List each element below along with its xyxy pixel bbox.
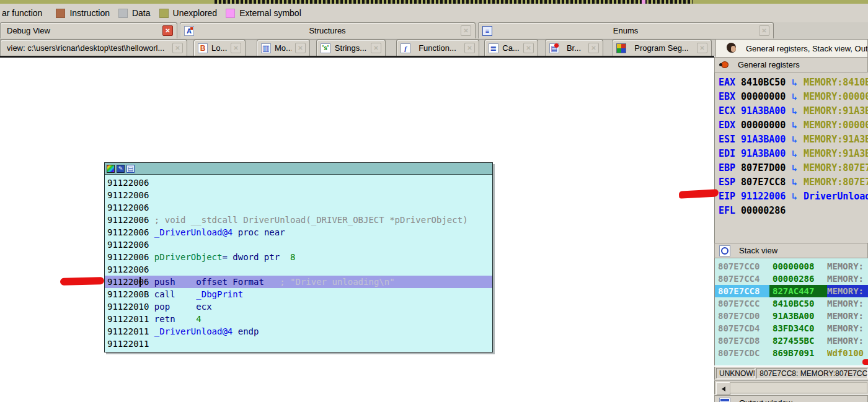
- close-icon[interactable]: ✕: [759, 25, 769, 36]
- close-icon[interactable]: ✕: [464, 43, 475, 53]
- stack-note: MEMORY:: [827, 297, 868, 310]
- register-row-ebp[interactable]: EBP807E7D00↳MEMORY:807E7: [715, 161, 868, 175]
- disasm-ins: dword ptr: [232, 252, 290, 262]
- disasm-line-8[interactable]: 91122006 push offset Format ; "Driver un…: [105, 276, 492, 288]
- status-address: 807E7CC8: MEMORY:807E7CC8: [756, 368, 868, 378]
- disasm-line-5[interactable]: 91122006: [105, 238, 492, 251]
- tab-ca[interactable]: ≣Ca...✕: [484, 40, 538, 56]
- close-icon[interactable]: ✕: [461, 25, 471, 36]
- disasm-line-9[interactable]: 9112200B call _DbgPrint: [105, 288, 492, 300]
- tab-lo[interactable]: BLo...✕: [193, 40, 246, 56]
- edit-pencil-icon[interactable]: ✎: [117, 165, 125, 173]
- disasm-var: pDriverObject: [154, 252, 223, 262]
- enums-icon: ≡: [482, 26, 492, 36]
- close-icon[interactable]: ✕: [295, 43, 306, 53]
- register-target[interactable]: MEMORY:91A3B: [804, 147, 868, 161]
- register-target[interactable]: MEMORY:8410B: [804, 76, 868, 90]
- follow-arrow-icon: ↳: [792, 133, 797, 147]
- register-target[interactable]: MEMORY:00000: [804, 118, 868, 133]
- disasm-line-0[interactable]: 91122006: [105, 177, 492, 189]
- register-target[interactable]: MEMORY:807E7: [804, 161, 868, 175]
- tab-label: Lo...: [211, 43, 227, 53]
- disasm-address: 91122006: [107, 215, 154, 225]
- register-target[interactable]: DriverUnload: [804, 190, 868, 204]
- stack-status-bar: UNKNOWN 807E7CC8: MEMORY:807E7CC8: [714, 367, 868, 380]
- tab-program-seg[interactable]: Program Seg...✕: [612, 40, 712, 56]
- legend-swatch: [56, 9, 65, 18]
- register-target[interactable]: MEMORY:91A3B: [804, 133, 868, 147]
- tab-function[interactable]: fFunction...✕: [396, 40, 479, 56]
- close-icon[interactable]: ✕: [588, 43, 599, 53]
- scroll-left-button[interactable]: [716, 382, 730, 395]
- stack-value: 91A3BA00: [769, 310, 827, 322]
- stack-address: 807E7CD0: [715, 310, 769, 322]
- tab-br[interactable]: ▤Br...✕: [545, 40, 603, 56]
- disasm-line-10[interactable]: 91122010 pop ecx: [105, 300, 492, 313]
- close-icon[interactable]: ✕: [523, 43, 534, 53]
- register-target[interactable]: MEMORY:00000: [804, 90, 868, 104]
- stack-row-807e7cdc[interactable]: 807E7CDC869B7091Wdf0100: [715, 347, 868, 359]
- tab-structures[interactable]: AStructures✕: [180, 22, 476, 38]
- register-row-eip[interactable]: EIP91122006↳DriverUnload: [715, 190, 868, 204]
- register-row-edx[interactable]: EDX00000000↳MEMORY:00000: [715, 118, 868, 133]
- stack-row-807e7cd0[interactable]: 807E7CD091A3BA00MEMORY:: [715, 310, 868, 322]
- disassembly-listing[interactable]: 91122006 91122006 91122006 91122006 ; vo…: [105, 175, 492, 352]
- stack-row-807e7cc0[interactable]: 807E7CC000000008MEMORY:: [715, 260, 868, 273]
- tab-general-registers-group[interactable]: General registers, Stack view, Outpu: [715, 39, 868, 57]
- stack-address: 807E7CD4: [715, 322, 769, 334]
- disasm-line-12[interactable]: 91122011 _DriverUnload@4 endp: [105, 325, 492, 338]
- structures-icon: A: [184, 26, 194, 36]
- tab-strings[interactable]: 's'Strings...✕: [316, 40, 386, 56]
- disasm-line-1[interactable]: 91122006: [105, 189, 492, 201]
- register-row-edi[interactable]: EDI91A3BA00↳MEMORY:91A3B: [715, 147, 868, 161]
- disasm-line-4[interactable]: 91122006 _DriverUnload@4 proc near: [105, 226, 492, 238]
- register-row-ecx[interactable]: ECX91A3BA00↳MEMORY:91A3B: [715, 104, 868, 118]
- stack-row-807e7ccc[interactable]: 807E7CCC8410BC50MEMORY:: [715, 297, 868, 310]
- register-name: EDX: [719, 120, 735, 131]
- close-icon[interactable]: ✕: [172, 43, 183, 53]
- disassembly-titlebar[interactable]: ✎ ▤: [105, 163, 492, 175]
- register-row-esi[interactable]: ESI91A3BA00↳MEMORY:91A3B: [715, 133, 868, 147]
- register-value: 8410BC50: [741, 77, 786, 88]
- register-target[interactable]: MEMORY:91A3B: [804, 104, 868, 118]
- output-window-titlebar[interactable]: Output window: [714, 395, 868, 402]
- disasm-num: 4: [196, 314, 201, 324]
- register-value: 00000286: [741, 205, 786, 216]
- stack-row-807e7cc8[interactable]: 807E7CC8827AC447MEMORY:: [715, 285, 868, 297]
- register-name: EFL: [719, 205, 735, 216]
- register-row-esp[interactable]: ESP807E7CC8↳MEMORY:807E7: [715, 175, 868, 190]
- close-icon[interactable]: ✕: [162, 25, 173, 36]
- follow-arrow-icon: ↳: [792, 147, 797, 161]
- disasm-line-11[interactable]: 91122011 retn 4: [105, 313, 492, 325]
- horizontal-scrollbar[interactable]: [714, 380, 868, 395]
- stack-row-807e7cd4[interactable]: 807E7CD483FD34C0MEMORY:: [715, 322, 868, 334]
- close-icon[interactable]: ✕: [697, 43, 707, 53]
- disasm-name: _DriverUnload@4: [154, 326, 232, 336]
- close-icon[interactable]: ✕: [371, 43, 381, 53]
- tab-enums[interactable]: ≡Enums✕: [478, 22, 774, 38]
- register-target[interactable]: MEMORY:807E7: [804, 175, 868, 190]
- tab-debug-view[interactable]: Debug View✕: [0, 22, 177, 38]
- register-row-efl[interactable]: EFL00000286: [715, 204, 868, 218]
- tab-view-c-users-ricnar-desktop-[interactable]: view: c:\users\ricnar\desktop\test\hello…: [0, 40, 187, 56]
- register-row-eax[interactable]: EAX8410BC50↳MEMORY:8410B: [715, 76, 868, 90]
- general-registers-titlebar[interactable]: General registers: [714, 57, 868, 72]
- desktop-layout-icon: [726, 43, 737, 55]
- stack-row-807e7cd8[interactable]: 807E7CD8827455BCMEMORY:: [715, 334, 868, 347]
- tab-mo[interactable]: ▥Mo...✕: [257, 40, 310, 56]
- graph-view-icon[interactable]: ▤: [126, 165, 135, 173]
- disasm-line-2[interactable]: 91122006: [105, 201, 492, 214]
- register-name: ECX: [719, 105, 735, 116]
- disasm-line-6[interactable]: 91122006 pDriverObject= dword ptr 8: [105, 251, 492, 263]
- scrollbar-track[interactable]: [730, 382, 867, 393]
- register-row-ebx[interactable]: EBX00000000↳MEMORY:00000: [715, 90, 868, 104]
- stack-view-panel: 807E7CC000000008MEMORY:807E7CC400000286M…: [714, 258, 868, 365]
- colors-icon[interactable]: [107, 165, 115, 173]
- stack-view-titlebar[interactable]: Stack view: [714, 243, 868, 258]
- disasm-line-7[interactable]: 91122006: [105, 263, 492, 276]
- disasm-line-13[interactable]: 91122011: [105, 338, 492, 350]
- disasm-line-3[interactable]: 91122006 ; void __stdcall DriverUnload(_…: [105, 214, 492, 226]
- stack-row-807e7cc4[interactable]: 807E7CC400000286MEMORY:: [715, 273, 868, 285]
- stack-note: MEMORY:: [827, 285, 868, 297]
- close-icon[interactable]: ✕: [231, 43, 241, 53]
